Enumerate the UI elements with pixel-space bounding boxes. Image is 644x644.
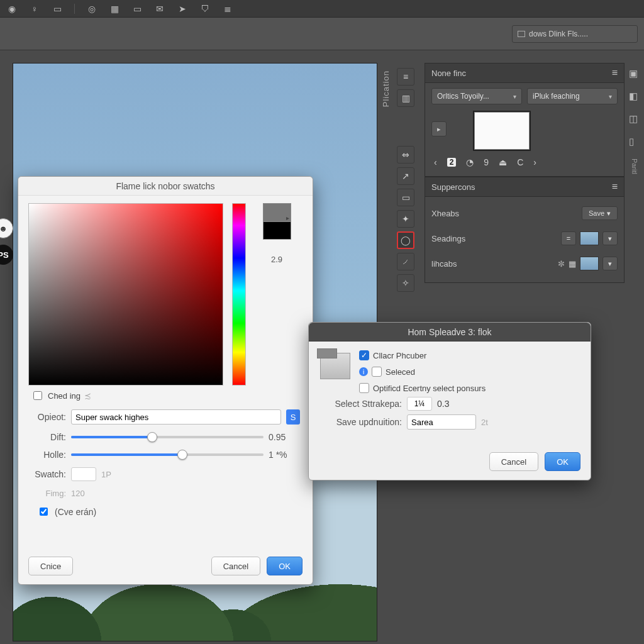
sidebar-icon[interactable]: ▯: [629, 136, 640, 147]
redo-icon[interactable]: C: [517, 157, 523, 167]
field-label: Save updnuition:: [320, 417, 402, 427]
menu-icon[interactable]: ▭: [52, 4, 63, 14]
image-icon: [518, 31, 525, 37]
tool-icon[interactable]: ↗: [397, 167, 414, 185]
save-dialog: Hom Spleadve 3: flok ✓Cllacr Phcuber iSe…: [308, 322, 591, 480]
slider[interactable]: [71, 453, 264, 456]
action-button[interactable]: S: [286, 409, 300, 425]
grid-icon[interactable]: ▦: [569, 259, 576, 269]
slider-value: 0.95: [269, 432, 300, 442]
field-label: Select Sttrakepa:: [320, 399, 402, 409]
nav-controls: ‹ 2 ◔ 9 ⏏ C ›: [431, 153, 618, 169]
options-bar: dows Dlink Fls.....: [0, 18, 644, 50]
menu-icon[interactable]: ➤: [177, 4, 188, 14]
tool-icon[interactable]: ≡: [397, 68, 414, 86]
dialog-title: Flame lick nobor swatchs: [18, 177, 313, 196]
menu-icon[interactable]: ▦: [109, 4, 120, 14]
layer-row[interactable]: Xheabs Save▾: [431, 201, 618, 226]
chevron-down-icon[interactable]: ▾: [602, 257, 618, 270]
sidebar-icon[interactable]: ◧: [629, 91, 640, 102]
clock-icon[interactable]: ◔: [466, 157, 474, 167]
panel-header[interactable]: Suppercons ≡: [425, 177, 625, 197]
sidebar-label[interactable]: Paritl: [631, 158, 638, 174]
panel-menu-icon[interactable]: ≡: [612, 67, 618, 79]
cancel-button[interactable]: Cancel: [489, 452, 538, 471]
layers-panel: Xheabs Save▾ Seadings = ▾ lihcabs ✼ ▦ ▾: [425, 197, 625, 283]
value-text: 2.9: [271, 255, 282, 264]
checkbox[interactable]: ✓: [359, 350, 369, 360]
slider[interactable]: [71, 436, 264, 438]
cancel-button[interactable]: Cancel: [211, 557, 260, 575]
right-sidebar-icons: ▣ ◧ ◫ ▯ Paritl: [625, 64, 644, 174]
ps-badge[interactable]: PS: [0, 245, 13, 265]
field-label: Opieot:: [31, 412, 66, 422]
dropdown[interactable]: iPluk feaching▾: [527, 88, 618, 104]
layer-row[interactable]: Seadings = ▾: [431, 226, 618, 251]
prev-icon[interactable]: ‹: [434, 157, 437, 167]
canvas-image: [13, 584, 377, 641]
menu-icon[interactable]: ♀: [29, 4, 40, 14]
tool-icon[interactable]: ⟋: [397, 253, 414, 270]
menu-icon[interactable]: ▭: [131, 4, 143, 14]
equals-button[interactable]: =: [561, 231, 576, 245]
tool-strip: ≡ ▥ ⇔ ↗ ▭ ✦ ◯ ⟋ ✧: [397, 63, 421, 292]
color-picker-dialog: ☻ PS Flame lick nobor swatchs 2.9 Ched i…: [18, 176, 313, 585]
chevron-down-icon[interactable]: ▾: [602, 231, 618, 245]
gear-icon[interactable]: ✼: [558, 259, 565, 269]
swatch-preview[interactable]: [263, 203, 291, 240]
tool-icon[interactable]: ✧: [397, 274, 414, 292]
layer-row[interactable]: lihcabs ✼ ▦ ▾: [431, 251, 618, 276]
field-label: Swatch:: [31, 469, 66, 479]
checkbox[interactable]: [40, 508, 48, 516]
color-field[interactable]: [28, 203, 223, 386]
layer-thumb[interactable]: [580, 257, 599, 270]
dropdown[interactable]: Orltics Toyoily...▾: [431, 88, 522, 104]
sidebar-icon[interactable]: ◫: [629, 113, 640, 125]
ok-button[interactable]: OK: [545, 452, 580, 471]
info-icon[interactable]: i: [359, 367, 368, 376]
panel-header[interactable]: None finc ≡: [425, 63, 625, 83]
menu-icon[interactable]: ✉: [154, 4, 165, 14]
navigator-thumbnail[interactable]: [473, 111, 531, 151]
navigator-panel: Orltics Toyoily...▾ iPluk feaching▾ ▸ ‹ …: [425, 83, 625, 177]
panel-tab-label[interactable]: Plication: [381, 70, 391, 107]
tool-icon-selected[interactable]: ◯: [397, 231, 414, 249]
menu-icon[interactable]: ⛉: [199, 4, 211, 14]
next-icon[interactable]: ›: [533, 157, 536, 167]
menu-icon[interactable]: ≣: [222, 4, 233, 14]
small-button[interactable]: ▸: [431, 121, 447, 136]
sidebar-icon[interactable]: ▣: [629, 68, 640, 79]
checkbox[interactable]: [359, 383, 369, 393]
field-label: Dift:: [31, 432, 66, 442]
num-icon[interactable]: 9: [484, 157, 489, 167]
app-badge[interactable]: ☻: [0, 218, 13, 238]
ok-button[interactable]: OK: [267, 557, 303, 575]
dialog-title: Hom Spleadve 3: flok: [309, 323, 591, 341]
checkbox[interactable]: [33, 391, 42, 400]
menu-icon[interactable]: ◉: [6, 4, 18, 14]
tool-icon[interactable]: ✦: [397, 210, 414, 228]
field-label: Fimg:: [31, 489, 66, 498]
tool-icon[interactable]: ⇔: [397, 146, 414, 164]
slider-value: 1 *%: [269, 450, 300, 460]
checkbox[interactable]: [372, 367, 382, 377]
workspace-button[interactable]: dows Dlink Fls.....: [512, 25, 638, 43]
field-label: Holle:: [31, 450, 66, 460]
text-input[interactable]: [407, 414, 476, 430]
cnice-button[interactable]: Cnice: [28, 557, 73, 575]
number-input[interactable]: [71, 467, 96, 481]
folder-icon: [320, 353, 350, 379]
page-badge[interactable]: 2: [447, 158, 457, 167]
menubar: ◉ ♀ ▭ ◎ ▦ ▭ ✉ ➤ ⛉ ≣: [0, 0, 644, 18]
save-button[interactable]: Save▾: [582, 206, 618, 220]
layer-thumb[interactable]: [580, 231, 599, 245]
text-input[interactable]: [71, 409, 281, 425]
number-input[interactable]: [407, 397, 432, 411]
tool-icon[interactable]: ▥: [397, 89, 414, 107]
panel-menu-icon[interactable]: ≡: [612, 181, 618, 192]
tool-icon[interactable]: ▭: [397, 189, 414, 206]
hue-slider[interactable]: [232, 203, 246, 386]
trash-icon[interactable]: ⏏: [499, 157, 507, 167]
panels: None finc ≡ Orltics Toyoily...▾ iPluk fe…: [425, 63, 625, 283]
menu-icon[interactable]: ◎: [86, 4, 97, 14]
